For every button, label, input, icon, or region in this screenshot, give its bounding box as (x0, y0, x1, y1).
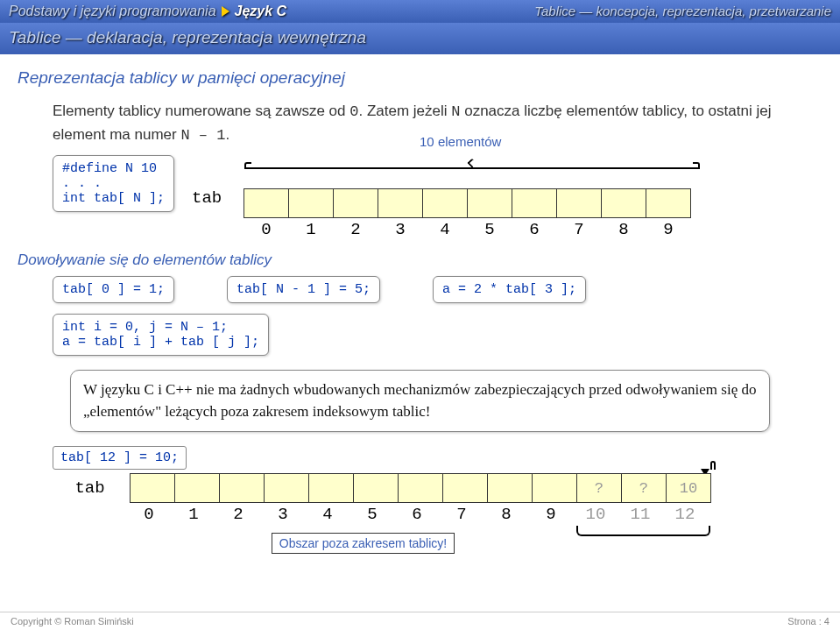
cell (487, 473, 533, 503)
code-a: tab[ 0 ] = 1; (53, 276, 174, 303)
idx-out: 12 (662, 503, 708, 524)
cell-out: ? (621, 473, 667, 503)
out-of-bounds-diagram: tab[ 12 ] = 10; tab ? ? 10 0 1 (53, 446, 787, 554)
brace-top-icon (710, 461, 716, 470)
idx: 0 (244, 218, 289, 239)
code-d: int i = 0, j = N – 1; a = tab[ i ] + tab… (53, 314, 269, 356)
category-1: Podstawy i języki programowania (9, 4, 216, 19)
idx: 7 (556, 218, 602, 239)
idx: 9 (646, 218, 691, 239)
header-bar: Podstawy i języki programowania Język C … (0, 0, 840, 23)
warning-note: W języku C i C++ nie ma żadnych wbudowan… (70, 370, 770, 432)
ten-elements-label: 10 elementów (420, 134, 501, 149)
code-inline: 0 (349, 103, 358, 120)
cell-out: ? (576, 473, 622, 503)
idx: 5 (467, 218, 512, 239)
idx: 2 (215, 503, 261, 524)
idx: 0 (126, 503, 172, 524)
cell (532, 473, 577, 503)
header-left: Podstawy i języki programowania Język C (9, 4, 286, 19)
out-of-bounds-label: Obszar poza zakresem tablicy! (272, 533, 455, 554)
cell (130, 473, 175, 503)
category-2: Język C (235, 4, 287, 19)
text: . Zatem jeżeli (358, 103, 451, 119)
array-name-label-2: tab (53, 473, 127, 498)
code-inline: N – 1 (180, 127, 225, 144)
text: Elementy tablicy numerowane są zawsze od (53, 103, 349, 119)
idx: 1 (171, 503, 216, 524)
idx: 8 (484, 503, 529, 524)
idx: 1 (288, 218, 334, 239)
idx: 5 (349, 503, 395, 524)
idx: 4 (422, 218, 468, 239)
category-3: Tablice — koncepcja, reprezentacja, prze… (534, 4, 831, 19)
footer: Copyright © Roman Simiński Strona : 4 (0, 612, 840, 630)
cell (442, 473, 488, 503)
array-cells-2: ? ? 10 (131, 473, 711, 503)
brace-out-icon (576, 526, 710, 536)
idx: 3 (378, 218, 423, 239)
cell (219, 473, 265, 503)
code-define: #define N 10 . . . int tab[ N ]; (53, 155, 174, 212)
array-indices: 0 1 2 3 4 5 6 7 8 9 (244, 218, 787, 239)
idx-out: 10 (573, 503, 618, 524)
code-b: tab[ N - 1 ] = 5; (227, 276, 380, 303)
text: . (225, 126, 229, 143)
idx: 6 (394, 503, 440, 524)
cell-out: 10 (666, 473, 711, 503)
brace-icon (244, 162, 700, 174)
copyright: Copyright © Roman Simiński (11, 616, 134, 626)
idx: 8 (601, 218, 646, 239)
cell (174, 473, 220, 503)
array-name-label: tab (192, 188, 222, 208)
idx: 2 (333, 218, 378, 239)
cell (308, 473, 354, 503)
idx: 4 (305, 503, 350, 524)
idx-out: 11 (618, 503, 663, 524)
page-number: Strona : 4 (787, 616, 829, 626)
array-cells (244, 188, 787, 218)
array-indices-2: 0 1 2 3 4 5 6 7 8 9 10 11 12 (127, 503, 787, 524)
subheader: Tablice — deklaracja, reprezentacja wewn… (0, 23, 840, 54)
cell (398, 473, 443, 503)
code-e: tab[ 12 ] = 10; (53, 446, 187, 470)
arrow-icon (222, 6, 229, 17)
idx: 7 (439, 503, 484, 524)
subtitle-accessing: Dowoływanie się do elementów tablicy (18, 251, 822, 269)
slide-title: Reprezentacja tablicy w pamięci operacyj… (18, 63, 822, 93)
idx: 3 (260, 503, 306, 524)
array-diagram: 10 elementów tab 0 1 2 3 4 5 (192, 155, 787, 239)
idx: 9 (528, 503, 574, 524)
cell (353, 473, 399, 503)
idx: 6 (512, 218, 557, 239)
code-inline: N (451, 103, 460, 120)
code-c: a = 2 * tab[ 3 ]; (433, 276, 586, 303)
cell (264, 473, 309, 503)
